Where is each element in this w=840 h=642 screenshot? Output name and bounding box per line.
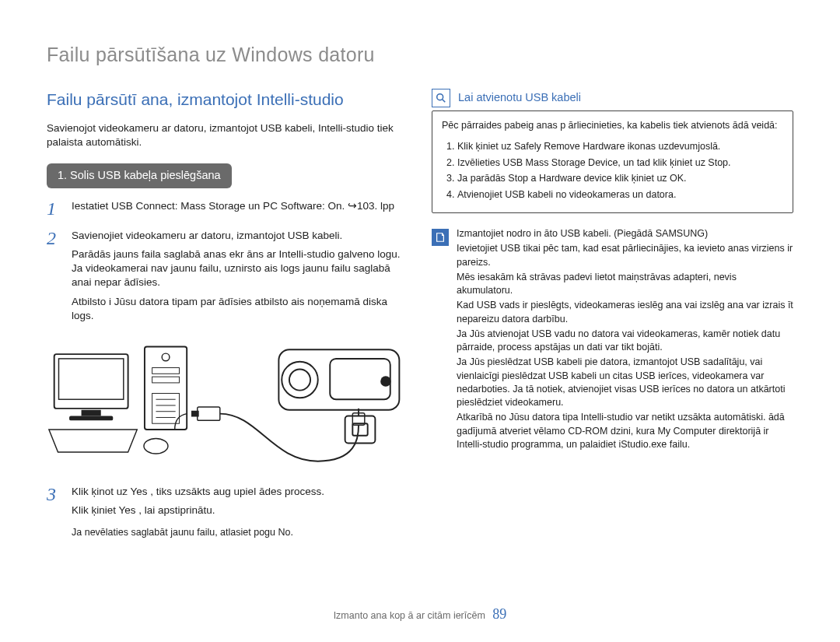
notes-block: Izmantojiet nodro in āto USB kabeli. (Pi… bbox=[432, 227, 793, 453]
step-3: 3 Klik ķinot uz Yes , tiks uzsākts aug u… bbox=[47, 485, 408, 543]
step-body: Savienojiet videokameru ar datoru, izman… bbox=[72, 229, 408, 328]
svg-rect-8 bbox=[152, 377, 180, 383]
svg-rect-3 bbox=[69, 416, 113, 421]
pc-camcorder-svg bbox=[47, 339, 408, 471]
svg-point-4 bbox=[144, 439, 168, 454]
section-title: Failu pārsūtī ana, izmantojot Intelli-st… bbox=[47, 89, 408, 111]
step-text-1: Klik ķinot uz Yes , tiks uzsākts aug upi… bbox=[72, 485, 324, 499]
note-item: Mēs iesakām kā strāvas padevi lietot mai… bbox=[457, 271, 793, 298]
step-sub1: Parādās jauns faila saglabā anas ekr āns… bbox=[72, 247, 408, 290]
page-number: 89 bbox=[492, 606, 506, 622]
svg-rect-2 bbox=[82, 410, 101, 416]
svg-rect-9 bbox=[152, 394, 180, 424]
step-body: Klik ķinot uz Yes , tiks uzsākts aug upi… bbox=[72, 485, 324, 543]
step-text: Savienojiet videokameru ar datoru, izman… bbox=[72, 229, 408, 243]
callout-head: Lai atvienotu USB kabeli bbox=[432, 89, 793, 107]
step-text: Iestatiet USB Connect: Mass Storage un P… bbox=[72, 199, 394, 213]
note-item: Ja Jūs atvienojat USB vadu no datora vai… bbox=[457, 328, 793, 355]
left-column: Failu pārsūtī ana, izmantojot Intelli-st… bbox=[47, 89, 408, 555]
svg-rect-1 bbox=[59, 359, 124, 399]
connection-illustration bbox=[47, 339, 408, 471]
callout-intro: Pēc pārraides pabeig anas p ārliecinieti… bbox=[442, 119, 783, 132]
svg-point-6 bbox=[162, 353, 170, 361]
note-item: Ievietojiet USB tikai pēc tam, kad esat … bbox=[457, 242, 793, 269]
note-item: Ja Jūs pieslēdzat USB kabeli pie datora,… bbox=[457, 356, 793, 409]
svg-rect-22 bbox=[345, 416, 376, 444]
step-text-2: Klik ķiniet Yes , lai apstiprinātu. bbox=[72, 503, 324, 517]
callout-body: Pēc pārraides pabeig anas p ārliecinieti… bbox=[432, 111, 793, 213]
page-title: Failu pārsūtīšana uz Windows datoru bbox=[47, 42, 793, 68]
step-sub: Ja nevēlaties saglabāt jaunu failu, atla… bbox=[72, 526, 324, 539]
list-item: Ja parādās Stop a Hardware device klik ķ… bbox=[457, 172, 783, 185]
note-item: Atkarībā no Jūsu datora tipa Intelli-stu… bbox=[457, 411, 793, 451]
step-sub2: Atbilsto i Jūsu datora tipam par ādīsies… bbox=[72, 295, 408, 323]
step-body: Iestatiet USB Connect: Mass Storage un P… bbox=[72, 199, 394, 218]
callout-list: Klik ķiniet uz Safely Remove Hardware ik… bbox=[442, 140, 783, 202]
step-2: 2 Savienojiet videokameru ar datoru, izm… bbox=[47, 229, 408, 328]
svg-point-19 bbox=[289, 370, 310, 391]
page-footer: Izmanto ana kop ā ar citām ierīcēm 89 bbox=[0, 605, 840, 623]
step-number: 3 bbox=[47, 485, 62, 543]
svg-rect-15 bbox=[191, 411, 199, 417]
note-item: Kad USB vads ir pieslēgts, videokameras … bbox=[457, 299, 793, 326]
note-icon bbox=[432, 229, 449, 246]
right-column: Lai atvienotu USB kabeli Pēc pārraides p… bbox=[432, 89, 793, 555]
list-item: Klik ķiniet uz Safely Remove Hardware ik… bbox=[457, 140, 783, 153]
svg-rect-0 bbox=[54, 354, 128, 409]
list-item: Izvēlieties USB Mass Storage Device, un … bbox=[457, 156, 783, 170]
footer-text: Izmanto ana kop ā ar citām ierīcēm bbox=[334, 610, 485, 621]
intro-paragraph: Savienojot videokameru ar datoru, izmant… bbox=[47, 121, 408, 149]
svg-point-24 bbox=[437, 94, 443, 100]
step-1: 1 Iestatiet USB Connect: Mass Storage un… bbox=[47, 199, 408, 218]
disconnect-callout: Lai atvienotu USB kabeli Pēc pārraides p… bbox=[432, 89, 793, 213]
step-number: 1 bbox=[47, 199, 62, 218]
step-header: 1. Solis USB kabeļa pieslēgšana bbox=[47, 163, 232, 188]
step-number: 2 bbox=[47, 229, 62, 328]
svg-line-25 bbox=[443, 100, 446, 103]
note-item: Izmantojiet nodro in āto USB kabeli. (Pi… bbox=[457, 227, 793, 240]
document-page: Failu pārsūtīšana uz Windows datoru Fail… bbox=[0, 0, 840, 642]
notes-body: Izmantojiet nodro in āto USB kabeli. (Pi… bbox=[457, 227, 793, 453]
two-column-layout: Failu pārsūtī ana, izmantojot Intelli-st… bbox=[47, 89, 793, 555]
svg-rect-7 bbox=[152, 368, 180, 374]
callout-title: Lai atvienotu USB kabeli bbox=[458, 90, 581, 106]
svg-point-18 bbox=[282, 362, 318, 398]
svg-rect-14 bbox=[198, 407, 220, 420]
magnify-icon bbox=[432, 89, 450, 107]
list-item: Atvienojiet USB kabeli no videokameras u… bbox=[457, 188, 783, 202]
svg-point-21 bbox=[380, 376, 391, 387]
